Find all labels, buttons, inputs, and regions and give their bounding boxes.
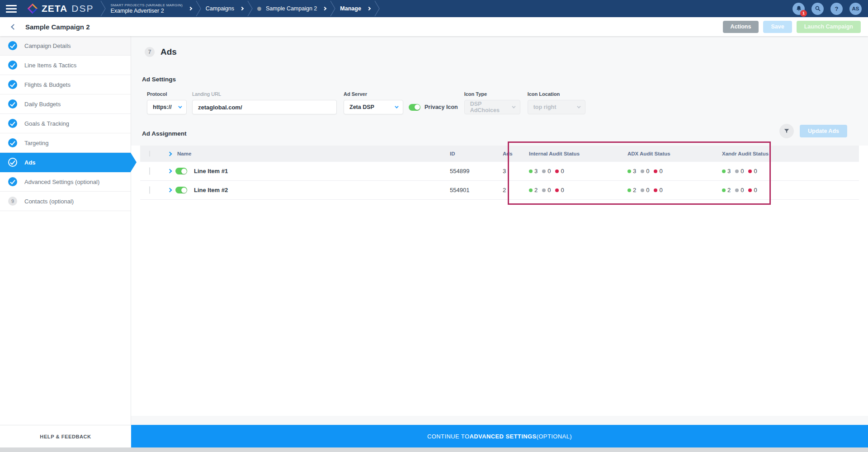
ad-server-select[interactable]: Zeta DSP xyxy=(344,100,403,114)
protocol-select[interactable]: https:// xyxy=(147,100,187,114)
chevron-down-icon xyxy=(512,104,515,108)
ad-server-label: Ad Server xyxy=(344,91,403,97)
approved-dot-icon xyxy=(722,170,726,173)
ad-assignment-table: Name ID Ads Internal Audit Status ADX Au… xyxy=(140,146,859,200)
pending-dot-icon xyxy=(735,188,739,192)
zeta-diamond-icon xyxy=(27,3,38,14)
ad-assignment-panel: Name ID Ads Internal Audit Status ADX Au… xyxy=(131,146,868,416)
main-content: 7 Ads Ad Settings Protocol https:// Land… xyxy=(131,36,868,425)
internal-audit-status: 2 0 0 xyxy=(529,187,627,193)
check-circle-icon xyxy=(8,119,17,128)
sidebar-item-targeting[interactable]: Targeting xyxy=(0,133,131,153)
brand-dsp: DSP xyxy=(71,3,94,14)
chevron-right-icon xyxy=(367,7,371,10)
icon-location-label: Icon Location xyxy=(528,91,585,97)
hamburger-menu-icon[interactable] xyxy=(6,5,17,13)
save-button[interactable]: Save xyxy=(763,21,792,33)
protocol-label: Protocol xyxy=(147,91,187,97)
icon-location-select: top right xyxy=(528,100,585,114)
pending-dot-icon xyxy=(641,188,644,192)
expand-row-chevron-icon[interactable] xyxy=(168,188,172,193)
page-title: Sample Campaign 2 xyxy=(25,23,90,31)
breadcrumb-advertiser[interactable]: SMART PROJECTS (VARIABLE MARGIN) Example… xyxy=(110,3,191,14)
sidebar-item-contacts[interactable]: 9 Contacts (optional) xyxy=(0,192,131,211)
landing-url-input[interactable] xyxy=(192,100,337,114)
approved-dot-icon xyxy=(722,188,726,192)
xandr-audit-status: 3 0 0 xyxy=(722,168,859,174)
breadcrumb-project-label: SMART PROJECTS (VARIABLE MARGIN) xyxy=(110,3,182,8)
column-header-adx-audit: ADX Audit Status xyxy=(627,151,722,156)
icon-type-select: DSP AdChoices xyxy=(464,100,520,114)
pending-dot-icon xyxy=(542,188,546,192)
column-header-internal-audit: Internal Audit Status xyxy=(529,151,627,156)
campaign-header: Sample Campaign 2 Actions Save Launch Ca… xyxy=(0,17,868,36)
line-item-name: Line Item #1 xyxy=(194,168,228,174)
breadcrumb-separator xyxy=(100,0,106,17)
notifications-bell-icon[interactable]: 1 xyxy=(793,3,805,15)
chevron-down-icon xyxy=(577,104,580,108)
expand-all-chevron-icon[interactable] xyxy=(168,151,172,156)
chevron-right-icon xyxy=(189,7,192,10)
chevron-left-icon xyxy=(11,24,17,30)
avatar[interactable]: AS xyxy=(849,3,862,15)
sidebar-item-daily-budgets[interactable]: Daily Budgets xyxy=(0,94,131,114)
breadcrumb-manage[interactable]: Manage xyxy=(340,5,370,12)
line-item-toggle[interactable] xyxy=(175,168,187,174)
sidebar-item-ads[interactable]: Ads xyxy=(0,153,131,172)
sidebar-item-goals-tracking[interactable]: Goals & Tracking xyxy=(0,114,131,133)
line-item-ads-count: 2 xyxy=(503,187,529,193)
check-circle-icon xyxy=(8,158,17,167)
pending-dot-icon xyxy=(735,170,739,173)
breadcrumb-separator xyxy=(374,0,380,17)
back-button[interactable] xyxy=(8,22,18,32)
brand-zeta: ZETA xyxy=(42,3,67,14)
zeta-dsp-logo[interactable]: ZETA DSP xyxy=(27,3,94,14)
rejected-dot-icon xyxy=(748,188,752,192)
breadcrumb-advertiser-label: Example Advertiser 2 xyxy=(110,8,182,14)
breadcrumb-campaigns[interactable]: Campaigns xyxy=(206,5,243,12)
expand-row-chevron-icon[interactable] xyxy=(168,169,172,174)
ad-assignment-title: Ad Assignment xyxy=(142,130,187,137)
window-edge xyxy=(0,447,868,452)
row-checkbox[interactable] xyxy=(149,167,150,175)
status-dot-icon xyxy=(257,7,261,11)
rejected-dot-icon xyxy=(555,170,559,173)
help-feedback-button[interactable]: HELP & FEEDBACK xyxy=(0,425,131,447)
check-circle-icon xyxy=(8,80,17,89)
column-header-name: Name xyxy=(177,151,191,156)
sidebar-item-line-items-tactics[interactable]: Line Items & Tactics xyxy=(0,56,131,75)
adx-audit-status: 2 0 0 xyxy=(627,187,722,193)
actions-button[interactable]: Actions xyxy=(723,21,759,33)
rejected-dot-icon xyxy=(654,188,657,192)
column-header-ads: Ads xyxy=(503,151,529,156)
top-nav-bar: ZETA DSP SMART PROJECTS (VARIABLE MARGIN… xyxy=(0,0,868,17)
column-header-id: ID xyxy=(450,151,503,156)
check-circle-icon xyxy=(8,41,17,50)
adx-audit-status: 3 0 0 xyxy=(627,168,722,174)
row-checkbox[interactable] xyxy=(149,186,150,194)
landing-url-label: Landing URL xyxy=(192,91,337,97)
continue-button[interactable]: CONTINUE TO ADVANCED SETTINGS (OPTIONAL) xyxy=(131,425,868,447)
table-header-row: Name ID Ads Internal Audit Status ADX Au… xyxy=(140,146,859,162)
step-number: 7 xyxy=(145,47,155,57)
section-heading: Ads xyxy=(160,47,177,57)
select-all-checkbox[interactable] xyxy=(149,151,150,157)
help-icon[interactable]: ? xyxy=(830,3,843,15)
search-icon[interactable] xyxy=(811,3,824,15)
launch-campaign-button[interactable]: Launch Campaign xyxy=(797,21,861,33)
privacy-icon-toggle[interactable] xyxy=(409,104,420,111)
update-ads-button[interactable]: Update Ads xyxy=(800,125,847,137)
line-item-ads-count: 3 xyxy=(503,168,529,174)
chevron-right-icon xyxy=(323,7,326,10)
breadcrumb-campaign[interactable]: Sample Campaign 2 xyxy=(257,5,326,12)
line-item-id: 554899 xyxy=(450,168,503,174)
sidebar-item-advanced-settings[interactable]: Advanced Settings (optional) xyxy=(0,172,131,192)
step-sidebar: Campaign Details Line Items & Tactics Fl… xyxy=(0,36,131,425)
filter-button[interactable] xyxy=(779,124,794,138)
breadcrumb-separator xyxy=(247,0,253,17)
chevron-down-icon xyxy=(395,104,398,108)
sidebar-item-flights-budgets[interactable]: Flights & Budgets xyxy=(0,75,131,94)
sidebar-item-campaign-details[interactable]: Campaign Details xyxy=(0,36,131,56)
line-item-toggle[interactable] xyxy=(175,187,187,193)
notification-badge: 1 xyxy=(800,10,807,17)
